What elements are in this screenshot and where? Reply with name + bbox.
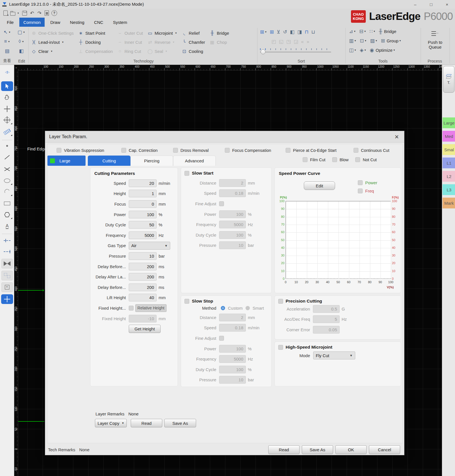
method-radio-smart[interactable] [246,306,250,310]
cap-correction-checkbox[interactable] [121,148,126,153]
menu-file[interactable]: File [3,18,18,27]
focus-input[interactable]: 0 [129,200,157,208]
duty-cycle-input[interactable]: 50 [129,221,157,229]
layer-table-button[interactable]: T. [443,66,454,93]
optimize-tool-button[interactable]: ◉Optimize▼ [370,47,395,53]
precision-cutting-checkbox[interactable] [278,299,283,304]
rectangle-tool[interactable] [1,198,13,208]
edit-transform-button[interactable]: ▢▼ [15,28,27,36]
dialog-close-icon[interactable]: ✕ [393,133,401,141]
v-dimension-tool[interactable] [1,247,13,256]
chamfer-button[interactable]: ╰Chamfer [182,38,205,47]
menu-common[interactable]: Common [19,18,45,27]
pan-tool[interactable] [1,92,13,102]
fine-adjust-checkbox[interactable] [219,201,224,206]
tab-advanced[interactable]: Advanced [173,156,216,166]
save-icon[interactable] [22,10,28,16]
measure-tool-button[interactable]: ◈▼ [360,47,366,53]
slow-stop-checkbox[interactable] [184,299,189,304]
maximize-button[interactable]: □ [423,0,439,9]
layer-swatch-large[interactable]: Large [442,117,455,128]
menu-draw[interactable]: Draw [46,18,64,27]
array-tool-button[interactable]: ▥▼ [349,38,356,44]
menu-cnc[interactable]: CNC [90,18,107,27]
region-tool-button[interactable]: ◫▼ [349,47,356,53]
focus-compensation-checkbox[interactable] [225,148,230,153]
edit-fill-button[interactable]: ◧ [15,47,27,55]
tab-cutting[interactable]: Cutting [88,156,130,166]
footer-ok-button[interactable]: OK [335,445,367,454]
fine-adjust-checkbox[interactable] [219,336,224,341]
bowtie-tool[interactable] [1,259,13,268]
arc-tool[interactable] [1,187,13,196]
bridge-button[interactable]: ╫Bridge [210,28,229,38]
grid-sort-button[interactable]: ⊞ [270,29,274,35]
position-tool[interactable] [1,294,13,304]
align-top-button[interactable]: ⊓ [305,29,308,35]
cross-lines-tool[interactable] [1,164,13,174]
delay-before-input[interactable]: 200 [129,283,157,291]
speed-input[interactable]: 20 [129,179,157,187]
docking-button[interactable]: ┼Docking [78,38,113,47]
freq-curve-checkbox[interactable] [358,189,363,193]
layer-list-item-large[interactable]: Large [47,156,86,166]
power-curve-checkbox[interactable] [358,180,363,185]
align-left-button[interactable]: ◧ [290,29,294,35]
blow-checkbox[interactable] [332,157,337,162]
dross-removal-checkbox[interactable] [173,148,178,153]
height-input[interactable]: 1 [129,190,157,197]
footer-save-as-button[interactable]: Save As [302,445,333,454]
delay-before-input[interactable]: 200 [129,263,157,270]
dialog-titlebar[interactable]: Layer Tech Param. ✕ [45,131,404,142]
relative-height-button[interactable]: Relative Height [135,304,167,312]
return-sort-button[interactable]: ↺ [283,29,287,35]
measure-ruler-tool[interactable] [1,127,13,136]
open-file-icon-dropdown[interactable]: ▼ [17,12,19,15]
pierce-at-co-edge-start-checkbox[interactable] [286,148,290,153]
layer-copy-button[interactable]: Layer Copy ▼ [95,419,127,427]
fixed-height-checkbox[interactable] [129,306,134,311]
footer-read-button[interactable]: Read [268,445,300,454]
group-tool-button[interactable]: ⊞Group▼ [381,38,401,44]
open-file-icon[interactable] [10,10,16,16]
method-radio-custom[interactable] [221,306,225,310]
insert-tool-button[interactable]: ⊡▼ [360,38,367,44]
tab-piercing[interactable]: Piercing [130,156,173,166]
continuous-cut-checkbox[interactable] [354,148,358,153]
ellipse-tool[interactable] [1,176,13,185]
layer-save-as-button[interactable]: Save As [164,419,196,427]
film-cut-checkbox[interactable] [303,157,308,162]
layer-swatch-l1[interactable]: L1 [442,158,455,168]
pressure-input[interactable]: 10 [129,252,157,260]
select-mode-button[interactable]: ↖▼ [1,28,13,36]
node-tool-button[interactable]: ∷▼ [369,28,375,34]
sort-spacing-slider[interactable] [260,48,331,52]
microjoint-button[interactable]: ▭Microjoint▼ [147,28,177,38]
edit-node-button[interactable]: ◊▼ [15,37,27,46]
menu-nesting[interactable]: Nesting [66,18,88,27]
flip-preview-tool[interactable]: ◁|▷ [1,67,13,77]
push-to-queue-button[interactable]: Push to Queue [423,28,447,57]
layer-swatch-med[interactable]: Med [442,131,455,142]
undo-icon[interactable]: ↶ [29,10,35,16]
report-icon[interactable] [44,10,50,16]
high-speed-microjoint-checkbox[interactable] [278,345,283,350]
power-input[interactable]: 100 [129,211,157,218]
curve-edit-button[interactable]: Edit [304,181,335,190]
not-cut-checkbox[interactable] [355,157,360,162]
lead-in-out-button[interactable]: )(Lead-in/out▼ [31,38,74,47]
clear-button[interactable]: ◇Clear▼ [31,47,74,56]
gas-type-select[interactable]: Air▼ [129,242,170,250]
minimize-button[interactable]: – [407,0,423,9]
shear-tool-button[interactable]: ⊿▼ [349,28,356,34]
layer-swatch-l3[interactable]: L3 [442,184,455,195]
center-target-tool[interactable] [1,115,13,125]
h-dimension-tool[interactable] [1,236,13,245]
bridge-tool-button[interactable]: ╫Bridge [379,29,396,34]
frame-tool[interactable] [1,282,13,292]
align-right-button[interactable]: ◨ [297,29,302,35]
align-bottom-button[interactable]: ⊔ [311,29,315,35]
footer-cancel-button[interactable]: Cancel [369,445,400,454]
menu-system[interactable]: System [109,18,131,27]
slow-start-checkbox[interactable] [184,171,189,176]
